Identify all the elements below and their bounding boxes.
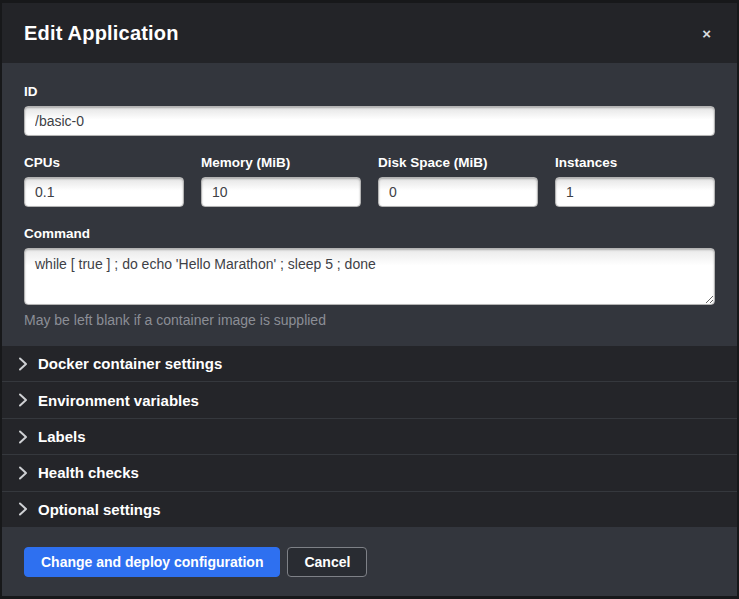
disk-label: Disk Space (MiB) bbox=[378, 155, 538, 170]
disk-input[interactable] bbox=[378, 177, 538, 207]
instances-label: Instances bbox=[555, 155, 715, 170]
id-field-group: ID bbox=[24, 84, 715, 136]
cpus-label: CPUs bbox=[24, 155, 184, 170]
section-labels[interactable]: Labels bbox=[2, 418, 737, 454]
chevron-right-icon bbox=[18, 466, 29, 480]
section-label: Optional settings bbox=[38, 501, 161, 518]
cpus-field-group: CPUs bbox=[24, 155, 184, 207]
memory-input[interactable] bbox=[201, 177, 361, 207]
application-form: ID CPUs Memory (MiB) Disk Space (MiB) In bbox=[2, 63, 737, 346]
instances-input[interactable] bbox=[555, 177, 715, 207]
modal-footer: Change and deploy configuration Cancel bbox=[2, 527, 737, 596]
page-background: Edit Application × ID CPUs Memory (MiB) … bbox=[0, 0, 739, 599]
disk-field-group: Disk Space (MiB) bbox=[378, 155, 538, 207]
section-environment-variables[interactable]: Environment variables bbox=[2, 381, 737, 417]
section-docker-container-settings[interactable]: Docker container settings bbox=[2, 346, 737, 381]
close-icon[interactable]: × bbox=[698, 22, 715, 45]
modal-title: Edit Application bbox=[24, 22, 179, 45]
memory-field-group: Memory (MiB) bbox=[201, 155, 361, 207]
command-label: Command bbox=[24, 226, 715, 241]
collapsible-sections: Docker container settings Environment va… bbox=[2, 346, 737, 527]
chevron-right-icon bbox=[18, 502, 29, 516]
section-health-checks[interactable]: Health checks bbox=[2, 454, 737, 490]
memory-label: Memory (MiB) bbox=[201, 155, 361, 170]
command-field-group: Command while [ true ] ; do echo 'Hello … bbox=[24, 226, 715, 328]
cancel-button[interactable]: Cancel bbox=[287, 547, 367, 577]
chevron-right-icon bbox=[18, 357, 29, 371]
modal-header: Edit Application × bbox=[2, 3, 737, 63]
cpus-input[interactable] bbox=[24, 177, 184, 207]
command-textarea[interactable]: while [ true ] ; do echo 'Hello Marathon… bbox=[24, 248, 715, 305]
instances-field-group: Instances bbox=[555, 155, 715, 207]
edit-application-modal: Edit Application × ID CPUs Memory (MiB) … bbox=[2, 3, 737, 596]
chevron-right-icon bbox=[18, 430, 29, 444]
section-label: Labels bbox=[38, 428, 86, 445]
change-and-deploy-button[interactable]: Change and deploy configuration bbox=[24, 547, 280, 577]
id-label: ID bbox=[24, 84, 715, 99]
section-label: Health checks bbox=[38, 464, 139, 481]
section-label: Environment variables bbox=[38, 392, 199, 409]
chevron-right-icon bbox=[18, 393, 29, 407]
id-input[interactable] bbox=[24, 106, 715, 136]
command-help-text: May be left blank if a container image i… bbox=[24, 312, 715, 328]
resources-row: CPUs Memory (MiB) Disk Space (MiB) Insta… bbox=[24, 155, 715, 207]
section-optional-settings[interactable]: Optional settings bbox=[2, 491, 737, 527]
section-label: Docker container settings bbox=[38, 355, 222, 372]
